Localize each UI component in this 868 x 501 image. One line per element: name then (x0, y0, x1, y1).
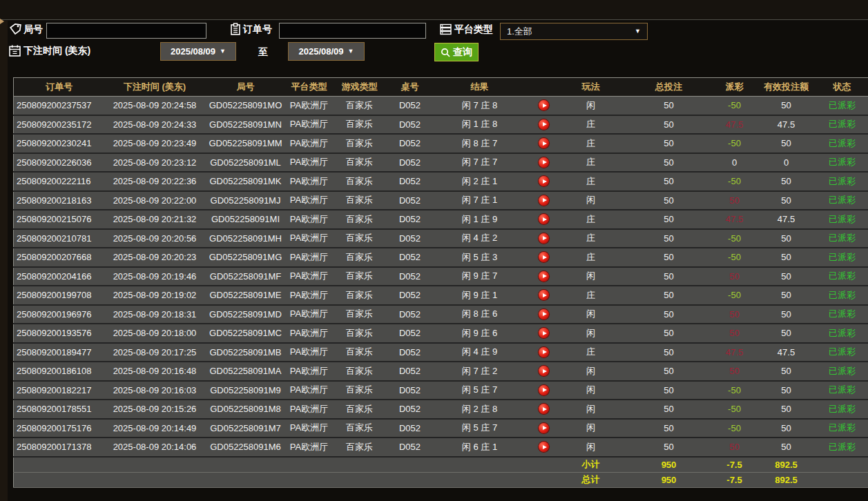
cell-game: 百家乐 (332, 153, 387, 173)
play-video-icon[interactable] (539, 328, 549, 338)
cell-play (527, 248, 561, 267)
cell-play (527, 381, 561, 400)
table-row: 2508092002107812025-08-09 20:20:56GD0522… (14, 229, 868, 248)
date-from-select[interactable]: 2025/08/09 ▼ (160, 42, 236, 61)
play-video-icon[interactable] (539, 271, 549, 282)
orders-table: 订单号下注时间 (美东)局号平台类型游戏类型桌号结果玩法总投注派彩有效投注额状态… (13, 77, 868, 488)
play-video-icon[interactable] (539, 309, 549, 320)
table-header: 订单号下注时间 (美东)局号平台类型游戏类型桌号结果玩法总投注派彩有效投注额状态 (14, 78, 868, 97)
table-row: 2508092002181632025-08-09 20:22:00GD0522… (14, 191, 868, 210)
cell-payout: 50 (717, 267, 752, 286)
play-video-icon[interactable] (539, 138, 549, 148)
cell-platform: PA欧洲厅 (287, 191, 332, 210)
cell-platform: PA欧洲厅 (287, 438, 332, 457)
cell-extra (864, 97, 868, 115)
play-video-icon[interactable] (539, 366, 549, 376)
play-video-icon[interactable] (539, 176, 549, 186)
cell-play (527, 267, 561, 286)
cell-round: GD052258091MJ (205, 191, 287, 210)
chevron-down-icon: ▼ (348, 48, 354, 55)
cell-bet: 闲 (561, 438, 621, 457)
cell-platform: PA欧洲厅 (287, 419, 332, 438)
cell-round: GD052258091MA (205, 362, 287, 381)
cell-valid: 50 (752, 248, 821, 267)
column-header: 订单号 (14, 78, 105, 97)
search-button[interactable]: 查询 (434, 43, 479, 61)
round-input[interactable] (46, 23, 206, 39)
play-video-icon[interactable] (539, 290, 549, 300)
cell-game: 百家乐 (332, 248, 387, 267)
cell-table: D052 (387, 324, 433, 343)
cell-play (527, 305, 561, 324)
cell-bet: 庄 (561, 115, 621, 135)
play-video-icon[interactable] (539, 119, 549, 130)
cell-round: GD052258091MK (205, 172, 287, 191)
cell-bet: 闲 (561, 305, 621, 324)
cell-bet: 庄 (561, 286, 621, 305)
play-video-icon[interactable] (539, 404, 549, 414)
cell-payout: -50 (717, 229, 752, 248)
cell-order: 250809200215076 (14, 210, 105, 229)
cell-time: 2025-08-09 20:16:48 (105, 362, 205, 381)
cell-status: 已派彩 (821, 115, 864, 135)
column-header: 玩法 (561, 78, 621, 97)
column-header: 总投注 (621, 78, 717, 97)
table-row: 2508092001785512025-08-09 20:15:26GD0522… (14, 400, 868, 419)
cell-extra (864, 400, 868, 419)
cell-total: 50 (621, 343, 717, 362)
cell-extra (864, 343, 868, 362)
cell-bet: 庄 (561, 248, 621, 267)
cell-status: 已派彩 (821, 172, 864, 191)
cell-valid: 50 (752, 172, 821, 191)
cell-play (527, 324, 561, 343)
cell-play (527, 97, 561, 115)
cell-round: GD052258091MM (205, 134, 287, 153)
play-video-icon[interactable] (539, 214, 549, 224)
cell-total: 50 (621, 172, 717, 191)
play-video-icon[interactable] (539, 347, 549, 357)
platform-select-value: 1.全部 (507, 26, 532, 38)
play-video-icon[interactable] (539, 442, 549, 452)
cell-table: D052 (387, 153, 433, 173)
cell-platform: PA欧洲厅 (287, 400, 332, 419)
date-to-select[interactable]: 2025/08/09 ▼ (288, 42, 365, 61)
cell-platform: PA欧洲厅 (287, 267, 332, 286)
panel-collapse-arrow[interactable] (0, 16, 4, 27)
cell-table: D052 (387, 191, 433, 210)
grand-total-total-bet: 950 (621, 472, 717, 487)
column-header: 派彩 (717, 78, 752, 97)
cell-play (527, 172, 561, 191)
cell-play (527, 438, 561, 457)
play-video-icon[interactable] (539, 252, 549, 262)
cell-total: 50 (621, 324, 717, 343)
cell-round: GD052258091MO (205, 97, 287, 115)
play-video-icon[interactable] (539, 157, 549, 168)
grand-total-row: 总计 950 -7.5 892.5 (14, 472, 868, 487)
platform-filter-label: 平台类型 (454, 23, 493, 36)
cell-play (527, 153, 561, 173)
platform-select[interactable]: 1.全部 ▼ (500, 23, 648, 40)
cell-extra (864, 210, 868, 229)
play-video-icon[interactable] (539, 233, 549, 244)
order-input[interactable] (279, 23, 426, 39)
cell-bet: 闲 (561, 400, 621, 419)
cell-payout: -50 (717, 400, 752, 419)
play-video-icon[interactable] (539, 423, 549, 433)
subtotal-label: 小计 (561, 457, 621, 473)
play-video-icon[interactable] (539, 385, 549, 395)
cell-platform: PA欧洲厅 (287, 248, 332, 267)
play-video-icon[interactable] (539, 195, 549, 206)
cell-play (527, 191, 561, 210)
cell-result: 闲 5 庄 7 (433, 381, 527, 400)
cell-game: 百家乐 (332, 286, 387, 305)
table-row: 2508092001861082025-08-09 20:16:48GD0522… (14, 362, 868, 381)
cell-play (527, 134, 561, 153)
cell-time: 2025-08-09 20:19:46 (105, 267, 205, 286)
cell-valid: 50 (752, 362, 821, 381)
cell-game: 百家乐 (332, 191, 387, 210)
cell-valid: 47.5 (752, 210, 821, 229)
cell-order: 250809200204166 (14, 267, 105, 286)
play-video-icon[interactable] (539, 100, 549, 110)
cell-payout: -50 (717, 381, 752, 400)
cell-order: 250809200226036 (14, 153, 105, 173)
